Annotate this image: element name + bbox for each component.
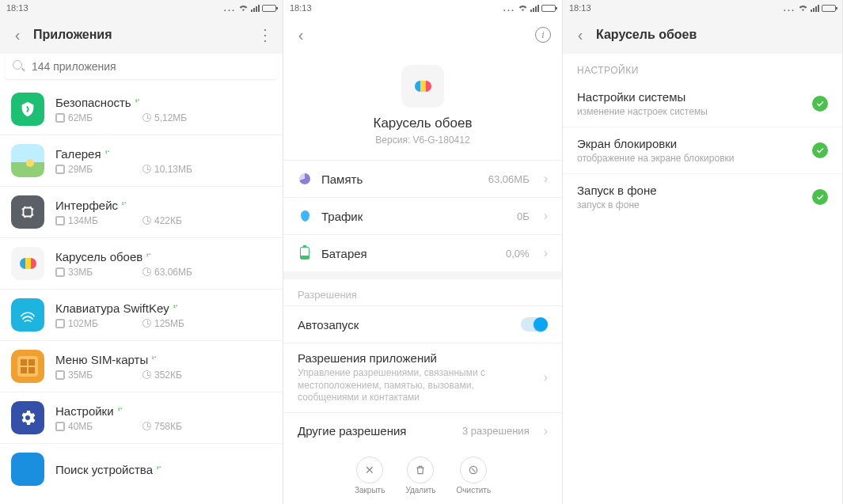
details-list: Память 63,06МБ › Трафик 0Б › Батарея 0,0… (283, 160, 562, 271)
chevron-right-icon: › (544, 172, 548, 186)
app-row[interactable]: Меню SIM-карты ⠋ 35МБ 352КБ (0, 340, 283, 392)
running-indicator-icon: ⠋ (173, 304, 179, 313)
chip-icon (55, 370, 65, 380)
more-dots-icon: ... (503, 3, 515, 13)
status-bar: 18:13 ... (563, 0, 842, 16)
row-battery[interactable]: Батарея 0,0% › (283, 234, 562, 271)
info-button[interactable]: i (535, 27, 551, 43)
chip-icon (55, 113, 65, 123)
chevron-right-icon: › (544, 246, 548, 260)
clock-icon (142, 319, 151, 328)
chip-icon (55, 319, 65, 328)
app-row[interactable]: Галерея ⠋ 29МБ 10,13МБ (0, 135, 283, 186)
header: ‹ Карусель обоев (563, 16, 842, 54)
wifi-icon (238, 3, 249, 13)
permission-row[interactable]: Запуск в фоне запуск в фоне (563, 173, 842, 220)
delete-button[interactable]: Удалить (405, 457, 435, 495)
header: ‹ i (283, 16, 562, 54)
app-icon (11, 350, 44, 383)
battery-icon (262, 5, 276, 12)
permission-subtitle: изменение настроек системы (577, 106, 803, 117)
app-row[interactable]: Карусель обоев ⠋ 33МБ 63,06МБ (0, 237, 283, 289)
chevron-right-icon: › (544, 209, 548, 223)
chevron-right-icon: › (544, 424, 548, 438)
check-icon (812, 96, 828, 112)
permission-title: Запуск в фоне (577, 184, 803, 197)
page-title: Карусель обоев (596, 28, 834, 42)
app-icon (11, 195, 44, 229)
status-bar: 18:13 ... (0, 0, 283, 16)
row-other-permissions[interactable]: Другие разрешения 3 разрешения › (283, 412, 562, 449)
wifi-icon (518, 3, 528, 13)
chip-icon (55, 422, 65, 431)
app-name: Карусель обоев (55, 250, 142, 263)
app-row[interactable]: Поиск устройства ⠋ (0, 443, 283, 495)
check-icon (812, 189, 828, 205)
clock-icon (142, 216, 151, 225)
app-icon (11, 93, 44, 126)
autostart-toggle[interactable] (521, 317, 548, 332)
app-row[interactable]: Клавиатура SwiftKey ⠋ 102МБ 125МБ (0, 289, 283, 340)
running-indicator-icon: ⠋ (121, 201, 127, 210)
row-traffic[interactable]: Трафик 0Б › (283, 197, 562, 234)
permission-subtitle: отображение на экране блокировки (577, 153, 803, 164)
back-button[interactable]: ‹ (8, 26, 27, 44)
back-button[interactable]: ‹ (571, 26, 590, 44)
chevron-right-icon: › (544, 370, 548, 385)
running-indicator-icon: ⠋ (104, 150, 111, 158)
chip-icon (55, 267, 65, 277)
app-row[interactable]: Настройки ⠋ 40МБ 758КБ (0, 392, 283, 443)
apps-list[interactable]: Безопасность ⠋ 62МБ 5,12МБ Галерея ⠋ 29М… (0, 84, 283, 504)
close-button[interactable]: ✕ Закрыть (355, 457, 385, 495)
row-app-permissions[interactable]: Разрешения приложений Управление разреше… (283, 343, 562, 412)
permission-title: Настройки системы (577, 90, 803, 104)
memory-icon (298, 172, 312, 186)
app-details-screen: 18:13 ... ‹ i Карусель обоев Версия: V6-… (283, 0, 563, 504)
clock-icon (142, 165, 151, 173)
clock-icon (142, 267, 151, 276)
app-name: Безопасность (55, 96, 131, 109)
app-permissions-screen: 18:13 ... ‹ Карусель обоев НАСТРОЙКИ Нас… (563, 0, 843, 504)
app-row[interactable]: Безопасность ⠋ 62МБ 5,12МБ (0, 84, 283, 135)
clock-icon (142, 113, 151, 122)
page-title: Приложения (33, 28, 249, 42)
app-icon (11, 453, 44, 486)
app-row[interactable]: Интерфейс ⠋ 134МБ 422КБ (0, 186, 283, 237)
check-icon (812, 142, 828, 158)
broom-icon (460, 457, 487, 483)
app-name: Интерфейс (55, 199, 118, 212)
search-field[interactable] (5, 54, 278, 79)
running-indicator-icon: ⠋ (135, 98, 141, 107)
bottom-actions: ✕ Закрыть Удалить Очистить (283, 450, 562, 501)
search-input[interactable] (32, 60, 270, 73)
clock-icon (142, 370, 151, 379)
signal-icon (811, 5, 819, 12)
app-hero: Карусель обоев Версия: V6-G-180412 (283, 54, 562, 160)
app-icon (11, 144, 44, 177)
search-icon (13, 60, 25, 73)
section-label: НАСТРОЙКИ (563, 54, 842, 81)
running-indicator-icon: ⠋ (156, 465, 162, 474)
battery-icon (298, 246, 312, 260)
permission-title: Экран блокировки (577, 137, 803, 150)
app-name: Поиск устройства (55, 463, 153, 476)
permission-subtitle: запуск в фоне (577, 199, 803, 210)
back-button[interactable]: ‹ (291, 26, 310, 44)
row-memory[interactable]: Память 63,06МБ › (283, 160, 562, 197)
app-hero-version: Версия: V6-G-180412 (375, 135, 469, 146)
app-name: Клавиатура SwiftKey (55, 301, 169, 315)
permission-row[interactable]: Экран блокировки отображение на экране б… (563, 127, 842, 173)
svg-rect-0 (24, 208, 32, 217)
chip-icon (55, 216, 65, 225)
app-name: Галерея (55, 147, 101, 161)
clear-button[interactable]: Очистить (457, 457, 492, 495)
traffic-icon (298, 209, 312, 223)
overflow-menu-button[interactable]: ⋮ (256, 25, 275, 44)
permissions-list: Настройки системы изменение настроек сис… (563, 81, 842, 220)
row-autostart[interactable]: Автозапуск (283, 305, 562, 343)
permission-row[interactable]: Настройки системы изменение настроек сис… (563, 81, 842, 127)
signal-icon (530, 5, 539, 12)
status-time: 18:13 (290, 3, 312, 13)
running-indicator-icon: ⠋ (151, 355, 158, 364)
app-name: Меню SIM-карты (55, 353, 148, 366)
